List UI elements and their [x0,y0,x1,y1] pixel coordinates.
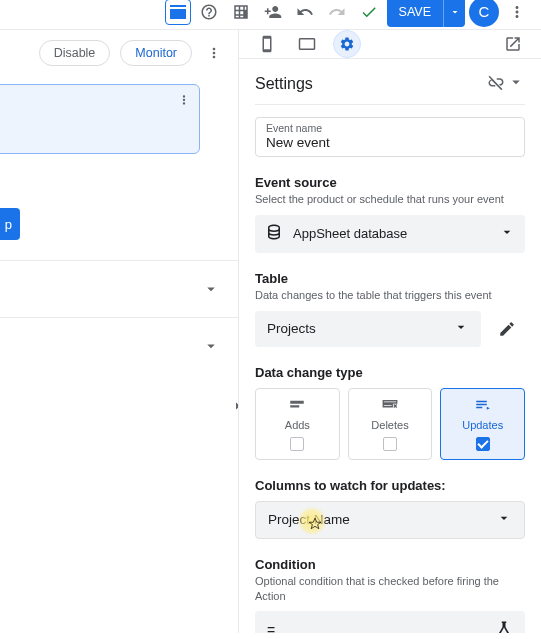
table-sub: Data changes to the table that triggers … [255,288,525,303]
avatar[interactable]: C [469,0,499,27]
save-dropdown-icon[interactable] [443,0,465,27]
chevron-down-icon[interactable] [507,73,525,94]
checkbox-adds[interactable] [290,437,304,451]
chip-deletes[interactable]: Deletes [348,388,433,460]
help-icon[interactable] [195,0,223,26]
flask-icon[interactable] [495,620,513,633]
event-source-select[interactable]: AppSheet database [255,215,525,253]
chip-updates[interactable]: Updates [440,388,525,460]
event-name-label: Event name [266,122,514,134]
data-change-title: Data change type [255,365,525,380]
tab-settings-icon[interactable] [333,30,361,58]
chip-adds[interactable]: Adds [255,388,340,460]
chevron-down-icon [202,337,220,355]
condition-title: Condition [255,557,525,572]
checkbox-updates[interactable] [476,437,490,451]
collapse-handle-icon[interactable] [232,400,239,415]
database-icon [265,223,283,244]
monitor-button[interactable]: Monitor [120,40,192,66]
tab-tablet-icon[interactable] [293,30,321,58]
condition-sub: Optional condition that is checked befor… [255,574,525,604]
condition-field[interactable]: = [255,611,525,633]
dropdown-arrow-icon [496,510,512,529]
updates-icon [474,397,492,415]
tab-mobile-icon[interactable] [253,30,281,58]
table-value: Projects [267,321,316,336]
redo-icon[interactable] [323,0,351,26]
preview-icon[interactable] [165,0,191,25]
left-overflow-icon[interactable] [202,45,226,61]
table-title: Table [255,271,525,286]
unlink-icon[interactable] [487,73,505,94]
left-panel: Disable Monitor t p [0,30,239,633]
table-select[interactable]: Projects [255,311,481,347]
overflow-icon[interactable] [503,0,531,26]
app-toolbar: SAVE C [0,0,541,30]
columns-title: Columns to watch for updates: [255,478,525,493]
dropdown-arrow-icon [499,224,515,243]
columns-value: Project Name [268,512,350,527]
dropdown-arrow-icon [453,319,469,338]
edit-table-icon[interactable] [489,311,525,347]
settings-title: Settings [255,75,313,93]
disable-button[interactable]: Disable [39,40,111,66]
card-overflow-icon[interactable] [177,93,191,110]
event-source-title: Event source [255,175,525,190]
grid-icon[interactable] [227,0,255,26]
condition-value: = [267,622,275,633]
check-icon[interactable] [355,0,383,26]
expander-row-1[interactable] [0,267,238,311]
chevron-down-icon [202,280,220,298]
checkbox-deletes[interactable] [383,437,397,451]
blue-step-button[interactable]: p [0,208,20,240]
event-source-value: AppSheet database [293,226,407,241]
undo-icon[interactable] [291,0,319,26]
open-external-icon[interactable] [499,30,527,58]
event-source-sub: Select the product or schedule that runs… [255,192,525,207]
adds-icon [288,397,306,415]
event-name-value: New event [266,134,514,150]
add-user-icon[interactable] [259,0,287,26]
expander-row-2[interactable] [0,324,238,368]
save-button[interactable]: SAVE [387,0,465,27]
columns-select[interactable]: Project Name [255,501,525,539]
right-panel: Settings Event name New event Event sour… [239,30,541,633]
save-label: SAVE [387,5,443,19]
deletes-icon [381,397,399,415]
event-name-field[interactable]: Event name New event [255,117,525,157]
event-card[interactable]: t [0,84,200,154]
